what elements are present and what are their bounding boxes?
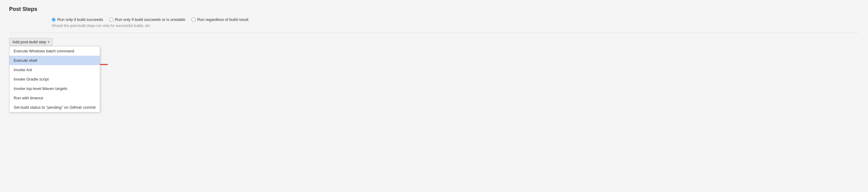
dropdown-item-run-timeout[interactable]: Run with timeout xyxy=(9,93,100,103)
hint-text: Should the post-build steps run only for… xyxy=(52,24,859,28)
radio-run-success-label: Run only if build succeeds xyxy=(57,17,103,22)
divider xyxy=(9,33,859,33)
dropdown-arrow-icon: ▾ xyxy=(48,40,50,44)
dropdown-item-invoke-gradle[interactable]: Invoke Gradle script xyxy=(9,75,100,84)
dropdown-item-set-build-status[interactable]: Set build status to "pending" on GitHub … xyxy=(9,103,100,112)
dropdown-item-execute-shell[interactable]: Execute shell xyxy=(9,56,100,65)
add-post-build-step-button[interactable]: Add post-build step ▾ xyxy=(9,38,53,46)
page-title: Post Steps xyxy=(9,6,859,12)
radio-run-success[interactable]: Run only if build succeeds xyxy=(52,17,103,22)
page-container: Post Steps Run only if build succeeds Ru… xyxy=(0,0,868,192)
radio-run-always-input[interactable] xyxy=(191,17,196,22)
dropdown-item-invoke-ant[interactable]: Invoke Ant xyxy=(9,65,100,75)
dropdown-container: Add post-build step ▾ Execute Windows ba… xyxy=(9,38,53,46)
radio-run-unstable-label: Run only if build succeeds or is unstabl… xyxy=(115,17,185,22)
radio-run-unstable-input[interactable] xyxy=(109,17,114,22)
radio-run-success-input[interactable] xyxy=(52,17,56,22)
content-area: Add post-build step ▾ Execute Windows ba… xyxy=(9,38,859,52)
radio-run-always[interactable]: Run regardless of build result xyxy=(191,17,248,22)
radio-run-unstable[interactable]: Run only if build succeeds or is unstabl… xyxy=(109,17,185,22)
radio-run-always-label: Run regardless of build result xyxy=(197,17,248,22)
dropdown-item-execute-windows[interactable]: Execute Windows batch command xyxy=(9,46,100,56)
dropdown-item-invoke-maven[interactable]: Invoke top-level Maven targets xyxy=(9,84,100,93)
radio-group: Run only if build succeeds Run only if b… xyxy=(52,17,859,22)
dropdown-menu: Execute Windows batch command Execute sh… xyxy=(9,46,100,112)
add-step-label: Add post-build step xyxy=(12,40,46,44)
